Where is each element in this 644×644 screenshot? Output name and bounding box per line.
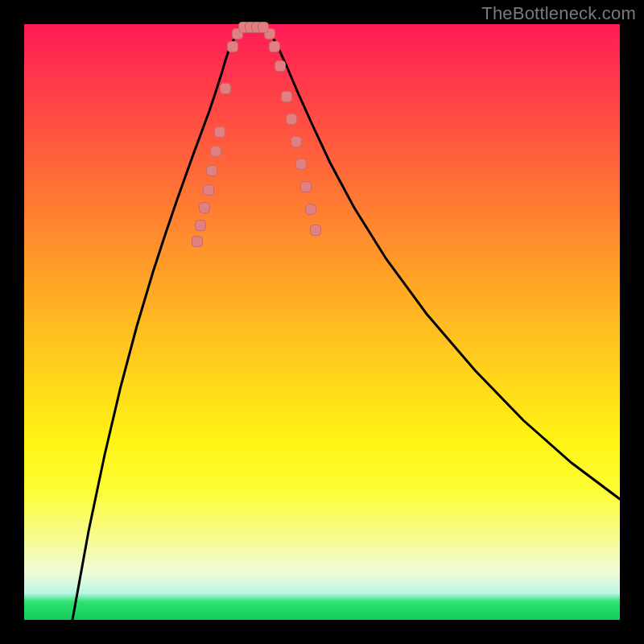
marker-left (228, 42, 238, 52)
plot-area (24, 24, 620, 620)
marker-left (207, 166, 217, 176)
watermark-label: TheBottleneck.com (481, 3, 636, 24)
marker-left (221, 84, 231, 94)
chart-svg (24, 24, 620, 620)
marker-right (275, 61, 286, 72)
marker-right (282, 92, 292, 102)
marker-left (192, 237, 203, 247)
marker-right (311, 225, 321, 236)
left-curve (72, 27, 243, 620)
right-curve (266, 27, 620, 499)
marker-right (287, 114, 297, 125)
marker-right (296, 159, 307, 170)
marker-right (270, 42, 280, 52)
marker-group (192, 23, 321, 247)
marker-right (291, 137, 302, 147)
marker-right (306, 204, 316, 215)
marker-left (204, 185, 214, 196)
marker-left (215, 127, 225, 138)
chart-frame: TheBottleneck.com (0, 0, 644, 644)
marker-left (200, 203, 210, 213)
marker-left (211, 147, 221, 157)
marker-right (301, 182, 312, 192)
curve-group (72, 27, 620, 620)
marker-floor (258, 23, 269, 33)
marker-left (196, 221, 206, 231)
